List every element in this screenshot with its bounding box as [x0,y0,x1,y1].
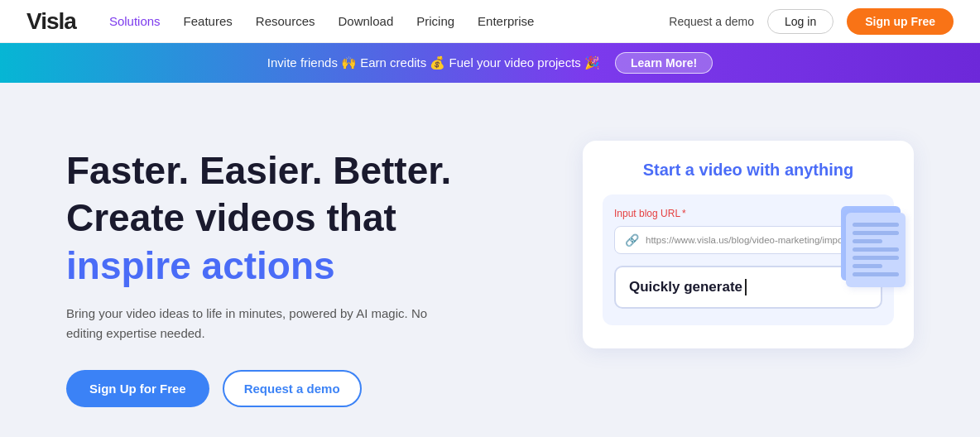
logo-text2: a [64,8,76,34]
login-button[interactable]: Log in [767,9,833,34]
logo[interactable]: Visla [26,8,76,35]
logo-text1: Visl [26,8,64,34]
hero-subtitle: Bring your video ideas to life in minute… [66,304,430,343]
nav-enterprise[interactable]: Enterprise [478,14,534,28]
nav-resources[interactable]: Resources [256,14,315,28]
doc-line-5 [853,256,899,260]
nav-download[interactable]: Download [339,14,394,28]
hero-signup-button[interactable]: Sign Up for Free [66,370,209,407]
hero-section: Faster. Easier. Better. Create videos th… [0,83,980,437]
video-card-title: Start a video with anything [603,161,894,180]
doc-page-front [846,213,906,287]
nav-actions: Request a demo Log in Sign up Free [669,8,954,35]
video-card-inner: Input blog URL* 🔗 https://www.visla.us/b… [603,194,894,325]
nav-features[interactable]: Features [184,14,233,28]
nav-pricing[interactable]: Pricing [416,14,454,28]
link-icon: 🔗 [625,233,639,247]
hero-right: Start a video with anything Input blog U… [583,141,914,348]
hero-title-line1: Faster. Easier. Better. [66,149,533,193]
hero-left: Faster. Easier. Better. Create videos th… [66,141,533,407]
doc-line-3 [853,239,882,243]
hero-title-accent: inspire actions [66,243,533,289]
doc-line-1 [853,223,899,227]
doc-line-6 [853,264,882,268]
doc-line-7 [853,272,899,276]
promo-banner: Invite friends 🙌 Earn credits 💰 Fuel you… [0,43,980,83]
hero-title-line2: Create videos that [66,196,533,240]
hero-demo-button[interactable]: Request a demo [223,370,362,407]
doc-line-2 [853,231,899,235]
nav-solutions[interactable]: Solutions [109,14,161,28]
video-card: Start a video with anything Input blog U… [583,141,914,348]
text-cursor [745,279,747,295]
banner-learn-more-button[interactable]: Learn More! [615,52,713,74]
generate-text: Quickly generate [629,279,742,295]
doc-line-4 [853,247,899,252]
nav-links: Solutions Features Resources Download Pr… [109,14,669,28]
hero-buttons: Sign Up for Free Request a demo [66,370,533,407]
doc-illustration [833,203,906,294]
request-demo-button[interactable]: Request a demo [669,15,754,28]
signup-button[interactable]: Sign up Free [847,8,954,35]
banner-text: Invite friends 🙌 Earn credits 💰 Fuel you… [267,55,600,70]
navbar: Visla Solutions Features Resources Downl… [0,0,980,43]
